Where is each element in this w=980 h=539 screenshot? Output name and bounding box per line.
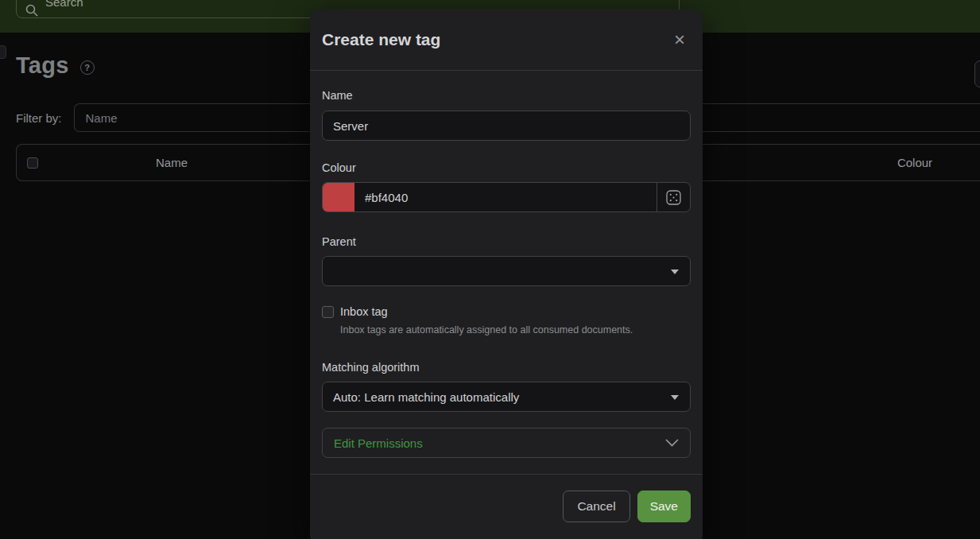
create-tag-dialog: Create new tag × Name Colour — [310, 10, 703, 539]
edit-permissions-toggle[interactable]: Edit Permissions — [322, 428, 691, 458]
parent-label: Parent — [322, 235, 691, 248]
sidebar-edge-notch — [0, 45, 6, 59]
random-colour-button[interactable] — [657, 183, 690, 211]
cancel-button[interactable]: Cancel — [563, 491, 629, 522]
inbox-tag-checkbox[interactable] — [322, 306, 334, 318]
chevron-down-icon — [665, 439, 679, 447]
edit-permissions-label: Edit Permissions — [334, 436, 423, 450]
matching-algorithm-select[interactable]: Auto: Learn matching automatically — [322, 382, 691, 412]
dialog-body: Name Colour Parent — [310, 89, 703, 458]
caret-down-icon — [671, 270, 679, 274]
matching-algorithm-label: Matching algorithm — [322, 361, 691, 374]
save-button[interactable]: Save — [637, 491, 691, 522]
name-label: Name — [322, 89, 691, 102]
dialog-header: Create new tag × — [310, 10, 703, 71]
colour-field-group — [322, 182, 691, 212]
inbox-tag-hint: Inbox tags are automatically assigned to… — [340, 324, 691, 335]
parent-select[interactable] — [322, 256, 691, 286]
matching-algorithm-value: Auto: Learn matching automatically — [333, 390, 519, 404]
dice-icon — [666, 190, 681, 205]
dialog-footer: Cancel Save — [310, 474, 703, 538]
inbox-tag-label[interactable]: Inbox tag — [340, 305, 388, 318]
close-icon[interactable]: × — [669, 29, 690, 51]
name-field[interactable] — [322, 111, 691, 141]
column-header-colour[interactable]: Colour — [887, 156, 943, 169]
caret-down-icon — [671, 395, 679, 400]
colour-swatch[interactable] — [323, 183, 354, 211]
search-icon — [25, 4, 38, 17]
app-screen: Tags ? Filter by: Name Colour Create new… — [0, 0, 980, 539]
inbox-tag-row: Inbox tag — [322, 305, 691, 318]
dialog-title: Create new tag — [322, 30, 440, 49]
colour-hex-field[interactable] — [354, 183, 657, 211]
help-question-icon[interactable]: ? — [80, 60, 95, 75]
filter-by-label: Filter by: — [16, 111, 62, 125]
select-all-checkbox[interactable] — [27, 157, 38, 169]
page-title-row: Tags ? — [16, 52, 95, 79]
cutoff-edge-button[interactable] — [974, 60, 980, 87]
column-header-name[interactable]: Name — [128, 156, 215, 169]
colour-label: Colour — [322, 161, 691, 174]
page-title: Tags — [16, 52, 69, 79]
